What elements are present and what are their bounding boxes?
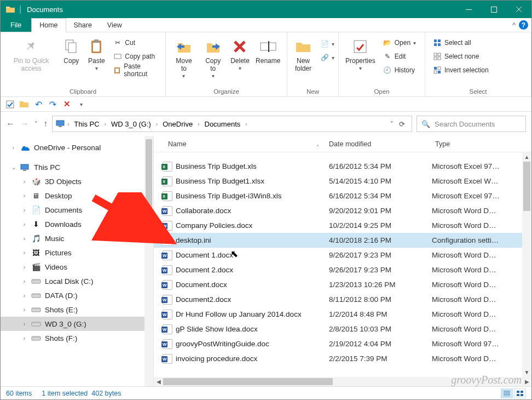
navigation-pane[interactable]: › OneDrive - Personal ⌄ This PC ›🎲3D Obj… xyxy=(1,136,154,386)
copy-path-button[interactable]: Copy path xyxy=(111,50,160,62)
tab-view[interactable]: View xyxy=(100,18,130,32)
qat-delete-icon[interactable]: ✕ xyxy=(62,99,72,109)
file-row[interactable]: Company Policies.docx10/2/2014 9:25 PMMi… xyxy=(154,218,531,233)
file-row[interactable]: Business Trip Budget-i3Win8.xls6/16/2012… xyxy=(154,188,531,203)
file-row[interactable]: Document 2.docx9/26/2017 9:23 PMMicrosof… xyxy=(154,262,531,277)
move-to-button[interactable]: Move to▾ xyxy=(169,35,199,80)
breadcrumb-segment-0[interactable]: This PC xyxy=(72,120,101,128)
close-button[interactable] xyxy=(506,1,531,18)
scrollbar-thumb[interactable] xyxy=(146,139,152,238)
tree-item[interactable]: ›🎬Videos xyxy=(1,260,153,274)
invert-selection-button[interactable]: Invert selection xyxy=(431,64,491,76)
file-row[interactable]: Document 1.docx9/26/2017 9:23 PMMicrosof… xyxy=(154,248,531,262)
file-row[interactable]: Collaborate.docx9/20/2012 9:01 PMMicroso… xyxy=(154,203,531,218)
chevron-right-icon[interactable]: › xyxy=(103,121,108,127)
easy-access-button[interactable]: 🔗▾ xyxy=(318,52,337,64)
tree-item[interactable]: ›🖼Pictures xyxy=(1,245,153,260)
qat-undo-icon[interactable]: ↶ xyxy=(33,99,43,109)
maximize-button[interactable] xyxy=(481,1,506,18)
scrollbar-thumb[interactable] xyxy=(163,378,333,385)
back-button[interactable]: ← xyxy=(6,119,15,129)
expand-icon[interactable]: › xyxy=(21,278,27,284)
tree-item[interactable]: ›⬇Downloads xyxy=(1,217,153,231)
tree-item[interactable]: ›Local Disk (C:) xyxy=(1,274,153,288)
new-folder-button[interactable]: New folder xyxy=(291,35,316,74)
expand-icon[interactable]: › xyxy=(21,179,27,185)
address-dropdown-icon[interactable]: ˅ xyxy=(390,121,394,128)
expand-icon[interactable]: › xyxy=(10,145,16,151)
tree-item[interactable]: ›🖥Desktop xyxy=(1,188,153,203)
expand-icon[interactable]: › xyxy=(21,207,27,213)
expand-icon[interactable]: › xyxy=(21,193,27,199)
collapse-ribbon-icon[interactable]: ^ xyxy=(512,21,516,29)
expand-icon[interactable]: › xyxy=(21,335,27,341)
column-name[interactable]: Name˄ xyxy=(154,140,329,148)
up-button[interactable]: ↑ xyxy=(43,119,48,129)
select-none-button[interactable]: Select none xyxy=(431,50,491,62)
column-type[interactable]: Type xyxy=(432,140,531,148)
file-row[interactable]: Business Trip Budget1.xlsx5/14/2015 4:10… xyxy=(154,174,531,188)
tab-home[interactable]: Home xyxy=(31,18,66,32)
file-row[interactable]: Document2.docx8/11/2012 8:00 PMMicrosoft… xyxy=(154,292,531,307)
breadcrumb-segment-3[interactable]: Documents xyxy=(203,120,243,128)
tree-item[interactable]: ›WD 3_0 (G:) xyxy=(1,317,153,331)
qat-new-folder-icon[interactable] xyxy=(19,99,29,109)
tab-share[interactable]: Share xyxy=(66,18,100,32)
expand-icon[interactable]: › xyxy=(21,264,27,270)
scrollbar-thumb[interactable] xyxy=(523,162,530,211)
tree-item[interactable]: ›Shots (E:) xyxy=(1,302,153,317)
help-icon[interactable]: ? xyxy=(519,20,528,30)
refresh-icon[interactable]: ⟳ xyxy=(399,120,405,128)
select-all-button[interactable]: Select all xyxy=(431,37,491,49)
copy-button[interactable]: Copy xyxy=(59,35,84,66)
chevron-right-icon[interactable]: › xyxy=(196,121,201,127)
expand-icon[interactable]: › xyxy=(21,307,27,313)
paste-shortcut-button[interactable]: Paste shortcut xyxy=(111,64,160,76)
file-row[interactable]: Document.docx1/23/2013 10:26 PMMicrosoft… xyxy=(154,277,531,292)
breadcrumb-segment-2[interactable]: OneDrive xyxy=(160,120,195,128)
vertical-scrollbar[interactable]: ▲ ▼ xyxy=(522,152,531,377)
address-bar[interactable]: › This PC › WD 3_0 (G:) › OneDrive › Doc… xyxy=(52,116,412,132)
qat-customize-icon[interactable]: ▾ xyxy=(76,99,86,109)
forward-button[interactable]: → xyxy=(20,119,29,129)
pin-to-quick-access-button[interactable]: Pin to Quick access xyxy=(4,35,59,74)
copy-to-button[interactable]: Copy to▾ xyxy=(199,35,228,80)
delete-button[interactable]: Delete▾ xyxy=(227,35,252,72)
thumbnails-view-button[interactable] xyxy=(514,388,526,398)
expand-icon[interactable]: › xyxy=(21,250,27,256)
qat-properties-icon[interactable] xyxy=(5,99,15,109)
search-input[interactable]: 🔍 Search Documents xyxy=(417,116,526,132)
rename-button[interactable]: Rename xyxy=(252,35,284,66)
history-button[interactable]: 🕘History xyxy=(381,64,418,76)
file-row[interactable]: desktop.ini4/10/2018 2:16 PMConfiguratio… xyxy=(154,233,531,248)
cut-button[interactable]: ✂Cut xyxy=(111,37,160,49)
qat-redo-icon[interactable]: ↷ xyxy=(48,99,57,109)
scroll-right-icon[interactable]: ▶ xyxy=(522,377,531,386)
tree-onedrive[interactable]: › OneDrive - Personal xyxy=(1,140,153,155)
column-date[interactable]: Date modified xyxy=(329,140,432,148)
scroll-up-icon[interactable]: ▲ xyxy=(522,152,531,162)
chevron-right-icon[interactable]: › xyxy=(66,121,71,127)
open-button[interactable]: 📂Open▾ xyxy=(381,37,418,49)
chevron-down-icon[interactable]: ▾ xyxy=(95,65,98,72)
details-view-button[interactable] xyxy=(501,388,513,398)
file-row[interactable]: gP Slide Show Idea.docx2/8/2015 10:03 PM… xyxy=(154,322,531,336)
properties-button[interactable]: Properties▾ xyxy=(342,35,379,72)
file-tab[interactable]: File xyxy=(1,18,31,32)
tree-item[interactable]: ›🎵Music xyxy=(1,231,153,245)
tree-scrollbar[interactable] xyxy=(144,136,153,386)
file-row[interactable]: invoicing procedure.docx2/2/2015 7:39 PM… xyxy=(154,351,531,366)
paste-button[interactable]: Paste ▾ xyxy=(84,35,109,72)
chevron-right-icon[interactable]: › xyxy=(244,121,248,127)
collapse-icon[interactable]: ⌄ xyxy=(10,164,16,170)
new-item-button[interactable]: 📄▾ xyxy=(318,38,337,50)
recent-locations-button[interactable]: ˅ xyxy=(34,121,38,128)
tree-item[interactable]: ›🎲3D Objects xyxy=(1,174,153,188)
file-row[interactable]: groovyPostWritingGuide.doc2/19/2012 4:04… xyxy=(154,336,531,351)
edit-button[interactable]: ✎Edit xyxy=(381,50,418,62)
tree-item[interactable]: ›Shots (F:) xyxy=(1,331,153,345)
minimize-button[interactable] xyxy=(456,1,481,18)
expand-icon[interactable]: › xyxy=(21,293,27,299)
expand-icon[interactable]: › xyxy=(21,321,27,327)
chevron-right-icon[interactable]: › xyxy=(154,121,159,127)
